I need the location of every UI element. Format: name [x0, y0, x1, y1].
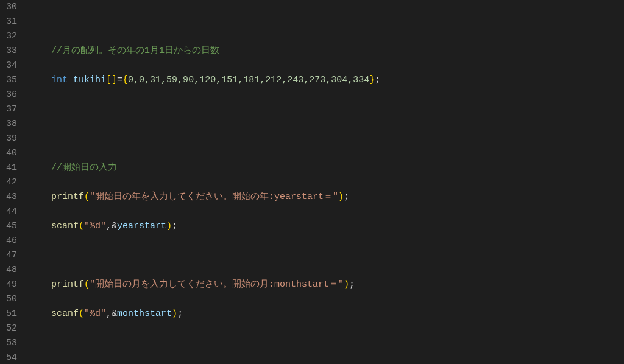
line-number: 33 — [6, 44, 17, 58]
line-number: 37 — [6, 102, 17, 117]
line-number: 42 — [6, 175, 17, 190]
code-line: //開始日の入力 — [29, 161, 624, 175]
code-line: printf("開始日の月を入力してください。開始の月:monthstart＝"… — [29, 278, 624, 292]
line-number: 41 — [6, 161, 17, 175]
line-number: 34 — [6, 58, 17, 73]
line-number: 54 — [6, 351, 17, 364]
comment: //開始日の入力 — [51, 163, 117, 173]
code-line — [29, 131, 624, 146]
code-line — [29, 336, 624, 351]
line-number: 49 — [6, 278, 17, 292]
code-line — [29, 15, 624, 29]
line-number: 53 — [6, 336, 17, 351]
code-area[interactable]: //月の配列。その年の1月1日からの日数 int tukihi[]={0,0,3… — [28, 0, 624, 364]
line-number: 36 — [6, 88, 17, 102]
comment: //月の配列。その年の1月1日からの日数 — [51, 46, 219, 56]
code-line: //月の配列。その年の1月1日からの日数 — [29, 44, 624, 58]
line-number: 43 — [6, 190, 17, 205]
line-number: 35 — [6, 73, 17, 88]
line-number: 40 — [6, 146, 17, 161]
code-line: printf("開始日の年を入力してください。開始の年:yearstart＝")… — [29, 190, 624, 205]
code-line: scanf("%d",&yearstart); — [29, 219, 624, 234]
line-number: 48 — [6, 263, 17, 278]
line-number: 38 — [6, 117, 17, 131]
line-number: 52 — [6, 321, 17, 336]
line-number: 30 — [6, 0, 17, 15]
code-line: int tukihi[]={0,0,31,59,90,120,151,181,2… — [29, 73, 624, 88]
line-number: 39 — [6, 131, 17, 146]
line-number: 32 — [6, 29, 17, 44]
code-line — [29, 102, 624, 117]
code-line: scanf("%d",&monthstart); — [29, 307, 624, 321]
line-number-gutter: 3031323334353637383940414243444546474849… — [0, 0, 28, 364]
line-number: 31 — [6, 15, 17, 29]
line-number: 44 — [6, 205, 17, 219]
line-number: 46 — [6, 234, 17, 248]
line-number: 45 — [6, 219, 17, 234]
line-number: 51 — [6, 307, 17, 321]
line-number: 47 — [6, 248, 17, 263]
code-line — [29, 248, 624, 263]
code-editor[interactable]: 3031323334353637383940414243444546474849… — [0, 0, 624, 364]
line-number: 50 — [6, 292, 17, 307]
